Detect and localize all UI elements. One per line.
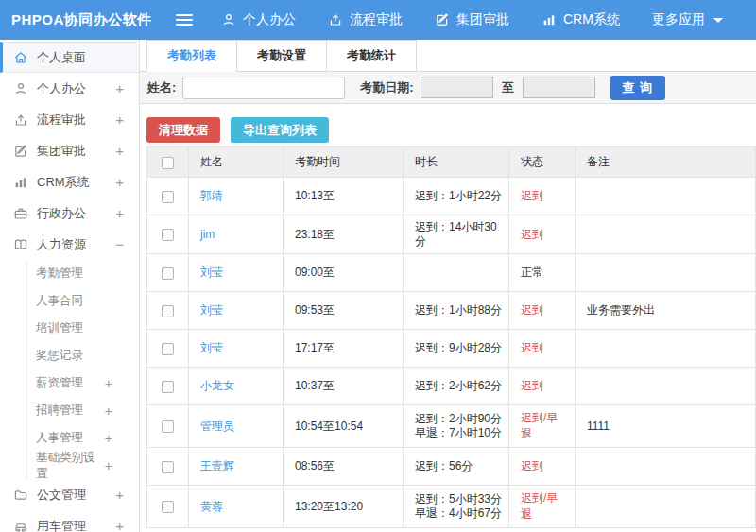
expand-plus-icon[interactable]: +: [115, 80, 131, 96]
expand-plus-icon[interactable]: +: [105, 403, 139, 419]
employee-name-link[interactable]: jim: [200, 228, 215, 241]
date-range-to-label: 至: [502, 79, 514, 96]
sidebar-item-label: 人力资源: [37, 236, 86, 253]
status-badge: 迟到: [521, 341, 543, 354]
expand-plus-icon[interactable]: +: [105, 458, 139, 473]
collapse-minus-icon[interactable]: −: [115, 236, 131, 252]
nav-item-label: 集团审批: [456, 11, 509, 28]
sidebar-item-group-approval[interactable]: 集团审批+: [0, 135, 139, 166]
top-nav: 个人办公流程审批集团审批CRM系统更多应用: [221, 11, 723, 28]
nav-item-more-apps[interactable]: 更多应用: [652, 11, 723, 28]
tab-bar: 考勤列表考勤设置考勤统计: [140, 40, 756, 72]
row-checkbox[interactable]: [162, 343, 174, 355]
row-checkbox[interactable]: [162, 381, 174, 393]
sidebar-item-training-mgmt[interactable]: 培训管理: [0, 315, 139, 342]
table-row: 黄蓉13:20至13:20迟到：5小时33分 早退：4小时67分迟到/早退: [147, 486, 756, 528]
sidebar-item-crm-system[interactable]: CRM系统+: [0, 166, 139, 197]
app-logo: PHPOA协同办公软件: [0, 11, 176, 29]
duration-cell: 迟到：9小时28分: [404, 330, 509, 368]
status-badge: 迟到: [521, 189, 543, 202]
employee-name-link[interactable]: 王壹辉: [200, 459, 234, 472]
date-to-input[interactable]: [523, 77, 595, 98]
nav-item-personal-office[interactable]: 个人办公: [221, 11, 296, 28]
query-button[interactable]: 查 询: [610, 76, 665, 100]
expand-plus-icon[interactable]: +: [115, 174, 131, 190]
briefcase-icon: [13, 206, 28, 221]
row-checkbox[interactable]: [162, 229, 174, 241]
menu-toggle-icon[interactable]: [176, 11, 193, 28]
nav-item-label: CRM系统: [563, 11, 620, 28]
employee-name-link[interactable]: 黄蓉: [200, 500, 223, 513]
employee-name-link[interactable]: 郭靖: [200, 189, 223, 202]
book-icon: [13, 237, 28, 252]
nav-item-workflow-approval[interactable]: 流程审批: [328, 11, 403, 28]
sidebar-item-document-mgmt[interactable]: 公文管理+: [0, 479, 139, 510]
row-checkbox[interactable]: [162, 191, 174, 203]
select-all-checkbox[interactable]: [162, 157, 174, 169]
employee-name-link[interactable]: 刘莹: [200, 266, 223, 279]
employee-name-link[interactable]: 管理员: [200, 420, 234, 433]
row-checkbox[interactable]: [162, 420, 174, 433]
expand-plus-icon[interactable]: +: [115, 205, 131, 221]
column-header: 时长: [404, 147, 509, 178]
expand-plus-icon[interactable]: +: [115, 112, 131, 128]
attendance-time-cell: 08:56至: [284, 448, 404, 486]
clean-data-button[interactable]: 清理数据: [146, 117, 220, 143]
remark-cell: [576, 330, 756, 368]
sidebar-item-label: 个人办公: [37, 80, 86, 97]
date-from-input[interactable]: [421, 77, 493, 98]
employee-name-link[interactable]: 小龙女: [200, 379, 234, 392]
expand-plus-icon[interactable]: +: [105, 376, 139, 391]
sidebar-item-human-resources[interactable]: 人力资源−: [0, 229, 139, 260]
expand-plus-icon[interactable]: +: [115, 518, 131, 532]
sidebar-item-recruitment-mgmt[interactable]: 招聘管理+: [0, 397, 139, 424]
sidebar-item-vehicle-mgmt[interactable]: 用车管理+: [0, 510, 139, 532]
nav-item-group-approval[interactable]: 集团审批: [435, 11, 509, 28]
sidebar-item-personal-office[interactable]: 个人办公+: [0, 73, 139, 104]
sidebar-item-workflow-approval[interactable]: 流程审批+: [0, 104, 139, 135]
sidebar-item-base-category-settings[interactable]: 基础类别设置+: [0, 452, 139, 479]
expand-plus-icon[interactable]: +: [115, 143, 131, 159]
status-cell: 迟到: [509, 330, 576, 368]
sidebar-item-label: 招聘管理: [36, 403, 83, 419]
nav-item-crm-system[interactable]: CRM系统: [541, 11, 620, 28]
row-checkbox[interactable]: [162, 461, 174, 473]
status-cell: 迟到: [509, 178, 576, 215]
table-header-row: 姓名考勤时间时长状态备注: [147, 147, 756, 178]
person-icon: [13, 81, 28, 96]
attendance-time-cell: 13:20至13:20: [284, 486, 404, 528]
name-filter-input[interactable]: [182, 77, 345, 99]
chart-icon: [13, 175, 28, 190]
person-icon: [221, 12, 236, 27]
row-checkbox[interactable]: [162, 501, 174, 513]
sidebar-item-salary-mgmt[interactable]: 薪资管理+: [0, 369, 139, 397]
table-row: 管理员10:54至10:54迟到：2小时90分 早退：7小时10分迟到/早退11…: [147, 405, 756, 448]
employee-name-link[interactable]: 刘莹: [200, 341, 223, 354]
column-header: 备注: [576, 147, 756, 178]
sidebar-item-admin-office[interactable]: 行政办公+: [0, 197, 139, 229]
expand-plus-icon[interactable]: +: [115, 487, 131, 503]
export-list-button[interactable]: 导出查询列表: [231, 117, 329, 143]
tab-attendance-stats[interactable]: 考勤统计: [326, 40, 417, 71]
sidebar-item-reward-punishment[interactable]: 奖惩记录: [0, 342, 139, 369]
remark-cell: [576, 486, 756, 528]
tab-attendance-list[interactable]: 考勤列表: [146, 40, 237, 72]
row-checkbox[interactable]: [162, 305, 174, 317]
column-header: 考勤时间: [284, 147, 404, 178]
sidebar-item-label: 培训管理: [36, 320, 83, 336]
expand-plus-icon[interactable]: +: [105, 431, 139, 446]
sidebar-item-label: 奖惩记录: [36, 348, 83, 364]
status-cell: 迟到/早退: [509, 486, 576, 528]
duration-cell: 迟到：5小时33分 早退：4小时67分: [404, 486, 509, 528]
sidebar-item-personal-desktop[interactable]: 个人桌面: [0, 42, 139, 73]
row-checkbox-cell: [147, 368, 189, 405]
sidebar-item-label: 行政办公: [37, 205, 86, 222]
table-row: 刘莹17:17至迟到：9小时28分迟到: [147, 330, 756, 368]
tab-attendance-settings[interactable]: 考勤设置: [236, 40, 327, 71]
sidebar-item-attendance-mgmt[interactable]: 考勤管理: [0, 260, 139, 287]
nav-item-label: 流程审批: [350, 11, 403, 28]
employee-name-link[interactable]: 刘莹: [200, 303, 223, 317]
sidebar-item-hr-contract[interactable]: 人事合同: [0, 287, 139, 315]
row-checkbox[interactable]: [162, 267, 174, 280]
sidebar-item-personnel-mgmt[interactable]: 人事管理+: [0, 424, 139, 452]
